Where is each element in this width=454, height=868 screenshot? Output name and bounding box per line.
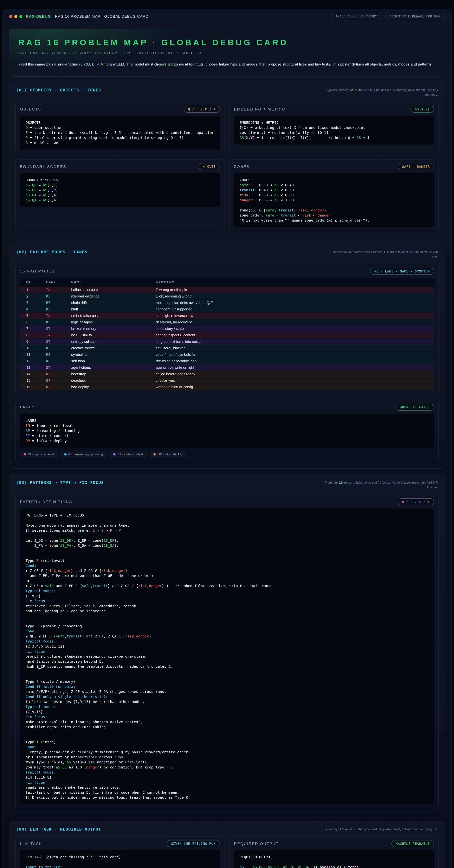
mode-symptom: long context turns into noise [156, 340, 428, 344]
code-line: Let Z_QE = zone(ΔS_QE), Z_EP = zone(ΔS_E… [26, 538, 428, 543]
text-token: < [274, 213, 281, 217]
mode-row: 1INhallucination/driftE wrong or off-top… [20, 286, 434, 293]
section-failure-modes: [02] FAILURE MODES · LANES 16 named fail… [9, 244, 445, 469]
required-output-panel-title: REQUIRED OUTPUT [234, 841, 279, 846]
code-line [26, 619, 428, 624]
mode-name: no E visibility [71, 333, 156, 337]
mode-name: bluff [71, 307, 156, 311]
code-line: Fix focus: [26, 649, 428, 654]
text-token: , [99, 62, 101, 66]
window-close-icon[interactable] [9, 15, 12, 18]
embedding-panel-title: EMBEDDING + METRIC [234, 107, 286, 112]
text-token: P [49, 193, 52, 197]
text-token: risk [138, 584, 147, 588]
text-token: A [54, 193, 56, 197]
text-token: ΔS [274, 188, 279, 192]
objects-code-block: OBJECTSQ = user questionE = top-k retrie… [20, 116, 220, 150]
text-token: / [421, 500, 428, 504]
code-line: Typical modes: [26, 770, 428, 775]
text-token: and Z_EP ∈ { [54, 584, 82, 588]
modes-table-body: 1INhallucination/driftE wrong or off-top… [20, 286, 434, 390]
text-token: zones to failure type and fix focus. If … [343, 481, 438, 489]
text-token: , [95, 62, 97, 66]
image-as-debug-prompt-pill[interactable]: IMAGE-AS-DEBUG PROMPT [331, 13, 382, 20]
code-line: E = top-k retrieved docs (small k, e.g.,… [26, 130, 215, 135]
lane-dot-icon [24, 453, 26, 456]
mode-row: 6RElogic collapsedead-end, no recovery [20, 319, 434, 326]
lane-chip-label: IN · input / retrieval [28, 453, 54, 456]
window-maximize-icon[interactable] [19, 15, 22, 18]
section-failure-modes-title: [02] FAILURE MODES · LANES [16, 250, 88, 254]
window-minimize-icon[interactable] [14, 15, 17, 18]
text-token: < [296, 213, 302, 217]
text-token: (prompt / reasoning) [38, 624, 84, 628]
required-output-badge: MACHINE-READABLE [391, 840, 434, 847]
text-token: ΔS [250, 208, 255, 212]
text-token: = [36, 183, 43, 187]
boundary-panel-title: BOUNDARY SCORES [20, 164, 66, 169]
code-line: REQUIRED OUTPUT [239, 855, 428, 860]
code-line: stabilize agent roles and turn-taking. [26, 724, 428, 730]
text-token: ≤ 1 [361, 135, 369, 140]
text-token: failure matches modes {7,9,13} better th… [26, 700, 144, 704]
text-token: “X is not worse than Y” means zone_order… [239, 218, 369, 222]
embedding-metric-panel: EMBEDDING + METRIC ΔS(X,Y) EMBEDDING + M… [229, 102, 439, 154]
code-line: you may treat ΔS_QE as 1.0 (danger) by c… [26, 765, 428, 770]
zones-code-block: ZONESsafe: 0.00 ≤ ΔS < 0.40transit: 0.40… [234, 173, 434, 227]
mode-name: embed false pos [71, 314, 156, 318]
text-token: danger [136, 634, 149, 638]
code-line: ( Z_QE = safe and Z_EP ∈ {safe,transit} … [26, 583, 428, 588]
text-token: ΔS: [239, 865, 246, 868]
code-line: Fix focus: [26, 780, 428, 785]
mode-row: 10REcreative freezeflat, literal, blocke… [20, 345, 434, 351]
text-token: retriever: query, filters, top-k, embedd… [26, 604, 138, 608]
text-token: ( Z_QE ∈ { [26, 568, 47, 573]
text-token: . [173, 765, 175, 769]
text-token: Typical modes: [26, 770, 56, 774]
code-line: Type I (infra) [26, 740, 428, 745]
code-line: retriever: query, filters, top-k, embedd… [26, 603, 428, 609]
text-token: S [101, 528, 103, 532]
code-line: Cond if only a single run (heuristic): [26, 694, 428, 699]
text-token: = final user-side prompt string sent to … [28, 135, 184, 140]
mode-row: 5INembed false possim high, relevance lo… [20, 312, 434, 319]
text-token: readiness checks, smoke tests, version t… [26, 785, 121, 789]
code-line: LANES [26, 418, 428, 423]
mode-no: 11 [26, 352, 46, 356]
semantic-firewall-pill[interactable]: SEMANTIC FIREWALL FOR RAG [385, 13, 445, 20]
intro-paragraph: Feed this image plus a single failing ru… [18, 61, 436, 67]
text-token: danger [112, 568, 125, 573]
code-line: A = model answer [26, 140, 215, 145]
text-token: risk [302, 213, 311, 217]
text-token: P [26, 135, 28, 140]
code-line: {7,9,13} [26, 709, 428, 714]
mode-name: hallucination/drift [71, 288, 156, 292]
text-token: = [36, 193, 43, 197]
mode-no: 13 [26, 366, 46, 370]
mode-row: 11REsymbol failcode / math / symbols fai… [20, 351, 434, 358]
text-token: / [404, 500, 411, 504]
text-token: } ) // embed false positive; skip P as m… [162, 584, 272, 588]
lanes-panel: LANES WHERE IT FAILS LANESIN = input / r… [15, 400, 439, 462]
text-token: ΔS [168, 62, 173, 66]
text-token: ( [47, 198, 49, 202]
text-token: Q / E / P / A [188, 107, 216, 111]
text-token: From four [325, 481, 339, 484]
code-line: Typical modes: [26, 639, 428, 644]
text-token: , [52, 198, 54, 202]
text-token: E empty, placeholder or clearly mismatch… [26, 750, 190, 754]
mode-row: 8INno E visibilitycannot inspect E conte… [20, 332, 434, 338]
code-line: failure matches modes {7,9,13} better th… [26, 699, 428, 704]
code-line: and Z_EP, Z_PA are not worse than Z_QE u… [26, 573, 428, 578]
text-token: risk [47, 568, 56, 573]
text-token: transit [279, 208, 294, 212]
text-token: If E exists but is hidden only by missin… [26, 795, 190, 800]
text-token: and add logging so E can be inspected. [26, 609, 108, 613]
text-token: Type [26, 558, 36, 563]
text-token: ), Z_EP = zone( [71, 538, 104, 542]
text-token: fail-fast on bad or missing E, fix infra… [26, 790, 179, 795]
text-token: < [311, 213, 318, 217]
mode-lane: RE [46, 294, 71, 298]
text-token: } and Z_QA ∈ { [71, 568, 101, 573]
mode-row: 15OPdeadlockcircular wait [20, 377, 434, 384]
